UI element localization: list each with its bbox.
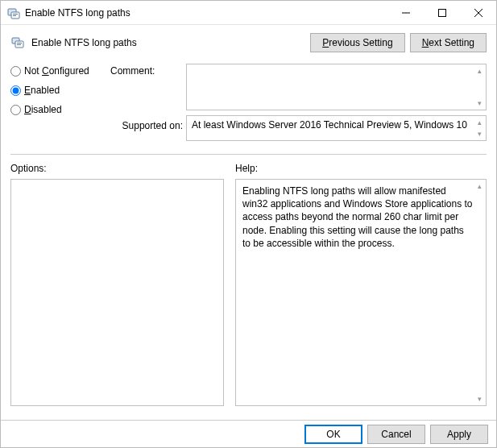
minimize-button[interactable] — [387, 1, 424, 24]
policy-title: Enable NTFS long paths — [31, 37, 310, 48]
svg-rect-7 — [17, 43, 22, 44]
scroll-down-icon: ▾ — [474, 394, 484, 404]
radio-label: Disabled — [24, 104, 62, 115]
radio-enabled[interactable]: Enabled — [10, 85, 107, 96]
cancel-button[interactable]: Cancel — [367, 425, 425, 444]
options-panel[interactable] — [10, 179, 224, 406]
policy-icon — [10, 35, 25, 50]
close-button[interactable] — [460, 1, 496, 24]
radio-not-configured[interactable]: Not Configured — [10, 65, 107, 77]
window-title: Enable NTFS long paths — [25, 7, 137, 19]
help-label: Help: — [235, 163, 487, 174]
scroll-up-icon: ▴ — [474, 181, 484, 191]
comment-field[interactable]: ▴ ▾ — [186, 64, 487, 110]
scroll-down-icon: ▾ — [474, 98, 484, 108]
options-label: Options: — [10, 163, 224, 174]
scroll-up-icon: ▴ — [474, 66, 484, 76]
radio-label: Not Configured — [24, 65, 89, 77]
scroll-up-icon: ▴ — [474, 118, 484, 127]
help-text: Enabling NTFS long paths will allow mani… — [242, 185, 473, 249]
app-icon — [7, 6, 20, 19]
scroll-down-icon: ▾ — [474, 129, 484, 139]
dialog-footer: OK Cancel Apply — [1, 420, 496, 447]
next-setting-button[interactable]: Next Setting — [410, 33, 487, 52]
previous-setting-button[interactable]: Previous Setting — [310, 33, 404, 52]
supported-on-label: Supported on: — [110, 115, 183, 131]
svg-rect-8 — [17, 44, 21, 45]
radio-not-configured-input[interactable] — [10, 66, 21, 77]
radio-disabled[interactable]: Disabled — [10, 104, 107, 115]
titlebar: Enable NTFS long paths — [1, 1, 496, 25]
supported-on-text: At least Windows Server 2016 Technical P… — [192, 119, 467, 131]
svg-rect-3 — [13, 15, 16, 16]
svg-rect-4 — [438, 9, 445, 16]
radio-enabled-input[interactable] — [10, 85, 21, 96]
apply-button[interactable]: Apply — [430, 425, 488, 444]
help-panel: Enabling NTFS long paths will allow mani… — [235, 179, 487, 406]
svg-rect-2 — [13, 14, 18, 15]
radio-disabled-input[interactable] — [10, 105, 21, 115]
comment-label: Comment: — [110, 64, 183, 77]
supported-on-field: At least Windows Server 2016 Technical P… — [186, 115, 487, 141]
radio-label: Enabled — [24, 85, 60, 96]
ok-button[interactable]: OK — [304, 425, 362, 444]
maximize-button[interactable] — [424, 1, 460, 24]
